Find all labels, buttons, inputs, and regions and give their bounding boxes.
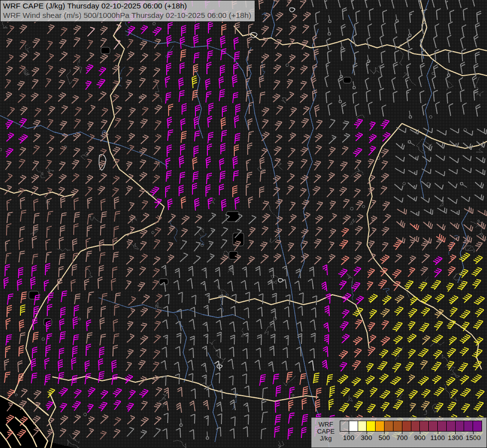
- legend-label-model: WRF: [315, 421, 336, 428]
- legend-tick-row: 100300500700900110013001500: [340, 432, 482, 444]
- legend-color-box: [358, 421, 367, 431]
- legend-color-box: [340, 421, 349, 431]
- legend-color-box: [376, 421, 385, 431]
- legend-color-box: [349, 421, 358, 431]
- weather-map-canvas: [0, 0, 487, 448]
- wrf-weather-map-screen: WRF CAPE (J/kg) Thursday 02-10-2025 06:0…: [0, 0, 487, 448]
- legend-color-box: [464, 421, 473, 431]
- legend-color-box: [473, 421, 482, 431]
- legend-color-box: [402, 421, 411, 431]
- legend-label: WRF CAPE J/kg: [315, 421, 336, 448]
- legend-tick-label: 900: [414, 434, 426, 442]
- legend-label-unit: J/kg: [315, 435, 336, 442]
- legend-tick-label: 700: [396, 434, 408, 442]
- legend-color-box: [456, 421, 465, 431]
- title-line-shear: WRF Wind shear (m/s) 500/1000hPa Thursda…: [3, 10, 251, 20]
- legend-colorbar: [340, 421, 482, 432]
- legend-tick-label: 500: [379, 434, 390, 442]
- title-box: WRF CAPE (J/kg) Thursday 02-10-2025 06:0…: [0, 0, 255, 22]
- legend-scale: 100300500700900110013001500: [340, 421, 482, 448]
- legend-tick-label: 1300: [448, 434, 463, 442]
- legend-color-box: [385, 421, 393, 431]
- legend-color-box: [447, 421, 456, 431]
- legend-label-variable: CAPE: [315, 428, 336, 435]
- legend-color-box: [429, 421, 438, 431]
- legend-tick-label: 300: [361, 434, 372, 442]
- cape-legend: WRF CAPE J/kg 10030050070090011001300150…: [311, 417, 487, 448]
- legend-tick-label: 100: [343, 434, 355, 442]
- legend-tick-label: 1500: [466, 434, 481, 442]
- legend-color-box: [438, 421, 447, 431]
- legend-tick-label: 1100: [430, 434, 445, 442]
- legend-color-box: [367, 421, 376, 431]
- legend-color-box: [411, 421, 420, 431]
- legend-color-box: [420, 421, 429, 431]
- title-line-cape: WRF CAPE (J/kg) Thursday 02-10-2025 06:0…: [3, 1, 251, 10]
- legend-color-box: [393, 421, 402, 431]
